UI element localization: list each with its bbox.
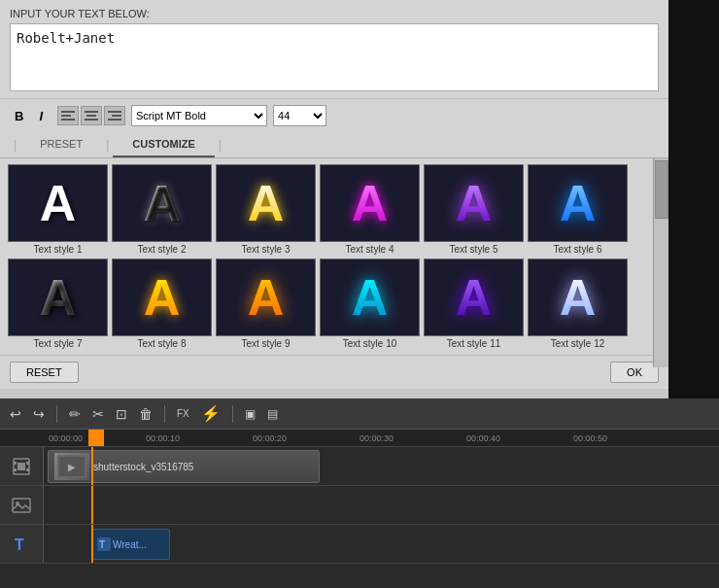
style-letter-4: A [352,178,389,228]
style-label-12: Text style 12 [551,338,605,349]
style-label-2: Text style 2 [137,244,186,255]
clip-label: shutterstock_v3516785 [93,462,193,472]
timeline-tracks: ▶ shutterstock_v3516785 [0,447,719,564]
align-center-button[interactable] [81,106,102,125]
style-preview-8: A [112,259,212,336]
svg-rect-0 [61,111,75,113]
style-preview-10: A [320,259,420,336]
style-label-5: Text style 5 [449,244,497,255]
tab-divider-left: | [14,138,17,152]
style-preview-5: A [424,164,524,242]
style-label-11: Text style 11 [447,338,501,349]
style-item-3[interactable]: A Text style 3 [216,164,316,255]
video-track-icon [0,447,44,485]
style-preview-2: A [112,164,212,242]
svg-rect-18 [13,499,30,512]
align-right-button[interactable] [104,106,125,125]
svg-rect-1 [61,115,71,117]
filter-button[interactable]: ▤ [265,405,280,423]
svg-rect-6 [108,111,121,113]
motion-button[interactable]: ⚡ [199,402,223,425]
style-letter-11: A [456,272,493,323]
video-track-content: ▶ shutterstock_v3516785 [44,447,719,485]
style-label-6: Text style 6 [553,244,601,255]
style-item-6[interactable]: A Text style 6 [528,164,628,255]
delete-button[interactable]: 🗑 [137,404,154,424]
video-track: ▶ shutterstock_v3516785 [0,447,719,486]
scrollbar[interactable] [653,158,668,367]
style-item-1[interactable]: A Text style 1 [8,164,108,255]
image-icon [11,496,32,515]
playhead-line-image [91,486,93,524]
style-preview-4: A [320,164,420,242]
text-clip[interactable]: T Wreat... [92,529,170,560]
ruler-tick-0: 00:00:00 [49,433,83,443]
redo-button[interactable]: ↪ [31,404,47,424]
style-item-7[interactable]: A Text style 7 [8,259,108,349]
crop-button[interactable]: ⊡ [114,404,129,424]
size-select[interactable]: 44 36 48 52 [273,105,326,126]
style-item-2[interactable]: A Text style 2 [112,164,212,255]
style-item-11[interactable]: A Text style 11 [424,259,524,349]
svg-rect-11 [14,468,17,471]
style-letter-8: A [144,272,181,323]
overlay-button[interactable]: ▣ [243,405,257,423]
align-left-button[interactable] [57,106,79,125]
split-button[interactable]: ✂ [90,404,106,424]
tab-divider-mid: | [106,138,109,152]
style-letter-6: A [560,178,597,228]
video-clip[interactable]: ▶ shutterstock_v3516785 [48,450,320,483]
style-preview-12: A [528,259,628,336]
style-preview-11: A [424,259,524,336]
playhead-marker [88,430,104,447]
style-letter-2: A [144,178,181,228]
font-select[interactable]: Script MT Bold Arial Times New Roman [131,105,267,126]
playhead-line-video [91,447,93,485]
reset-button[interactable]: RESET [10,362,79,383]
style-letter-12: A [560,272,597,323]
text-style-dialog: INPUT YOUR TEXT BELOW: Robelt+Janet B I … [0,0,668,389]
style-letter-9: A [248,272,285,323]
bold-button[interactable]: B [10,106,28,126]
svg-rect-7 [112,115,121,117]
style-label-4: Text style 4 [345,244,394,255]
fx-button[interactable]: FX [175,406,191,421]
style-item-4[interactable]: A Text style 4 [320,164,420,255]
text-icon: T [11,535,32,554]
formatting-toolbar: B I Script MT Bold Arial Times New Roman… [0,98,668,132]
pencil-button[interactable]: ✏ [67,404,83,424]
text-clip-label: Wreat... [113,539,147,550]
ok-button[interactable]: OK [610,362,659,383]
scrollbar-thumb[interactable] [655,160,668,219]
timeline-toolbar: ↩ ↪ ✏ ✂ ⊡ 🗑 FX ⚡ ▣ ▤ [0,398,719,430]
style-item-12[interactable]: A Text style 12 [528,259,628,349]
style-item-5[interactable]: A Text style 5 [424,164,524,255]
style-label-9: Text style 9 [241,338,290,349]
svg-rect-5 [85,119,98,121]
style-preview-7: A [8,259,108,336]
tab-customize[interactable]: CUSTOMIZE [113,132,215,157]
image-track-icon [0,486,44,524]
italic-button[interactable]: I [34,106,48,126]
aspect-panel: ◀ ▶ ASPECT [668,0,719,398]
ruler-tick-4: 00:00:40 [466,433,500,443]
tab-preset[interactable]: PRESET [20,132,102,157]
text-track-content: T Wreat... [44,525,719,563]
ruler-tick-2: 00:00:20 [253,433,287,443]
style-letter-7: A [40,272,77,323]
style-label-1: Text style 1 [33,244,82,255]
svg-rect-13 [26,468,29,471]
clip-thumbnail: ▶ [54,453,89,480]
style-letter-10: A [352,272,389,323]
style-item-9[interactable]: A Text style 9 [216,259,316,349]
text-input[interactable]: Robelt+Janet [10,23,659,91]
ruler-tick-1: 00:00:10 [146,433,180,443]
align-center-icon [85,110,98,121]
style-label-10: Text style 10 [343,338,397,349]
style-item-10[interactable]: A Text style 10 [320,259,420,349]
style-preview-9: A [216,259,316,336]
style-item-8[interactable]: A Text style 8 [112,259,212,349]
svg-rect-8 [108,119,121,121]
undo-button[interactable]: ↩ [8,404,23,424]
svg-text:▶: ▶ [68,462,76,472]
